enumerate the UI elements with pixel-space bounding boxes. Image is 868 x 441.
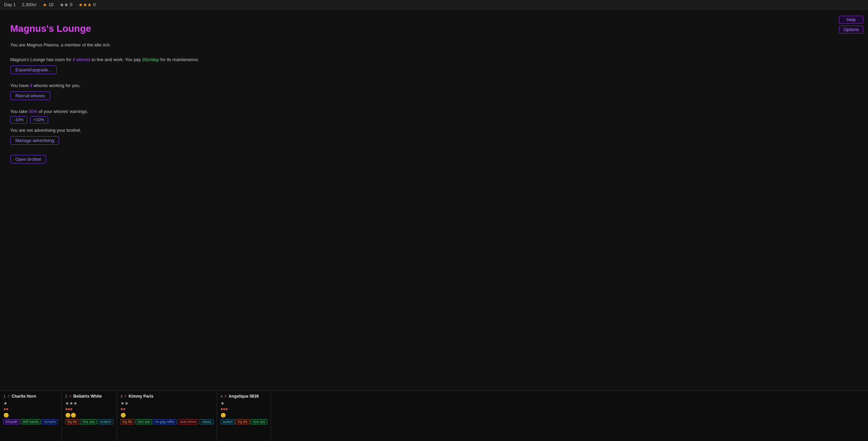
worker-name: Angelique 5839: [229, 394, 259, 399]
advert-text: You are not advertising your brothel.: [10, 128, 858, 133]
trait-tag: classy: [200, 419, 213, 424]
trait-tag: erotech: [98, 419, 113, 424]
worker-card[interactable]: 1 ♂ Charlie Horn ★ ♥♥ 😐 telepathdeft han…: [0, 391, 62, 441]
worker-hearts: ♥♥: [120, 407, 213, 412]
day-display: Day 1: [4, 2, 16, 7]
trait-tag: big tits: [236, 419, 250, 424]
open-brothel-button[interactable]: Open brothel: [10, 155, 46, 163]
lounge-info: Magnus's Lounge has room for 4 whores to…: [10, 57, 858, 62]
worker-card[interactable]: 3 ♀ Kimmy Paris ★★ ♥♥ 😐 big titsnice ass…: [117, 391, 217, 441]
main-content: Magnus's Lounge You are Magnus Plasma, a…: [0, 10, 868, 186]
plus-cut-button[interactable]: +10%: [30, 116, 48, 124]
app-title: Magnus's Lounge: [10, 23, 858, 34]
card-number: 4: [220, 394, 223, 398]
lounge-info-suffix: for its maintenance.: [159, 57, 199, 62]
star3-icon: ★★★: [79, 2, 92, 8]
rating3-value: 0: [93, 2, 96, 7]
worker-card[interactable]: 4 ♀ Angelique 5839 ★ ♥♥♥ 😊 sexbotbig tit…: [217, 391, 271, 441]
minus-cut-button[interactable]: -10%: [10, 116, 27, 124]
rating3-display: ★★★ 0: [79, 2, 96, 8]
manage-advert-button[interactable]: Manage advertising: [10, 136, 59, 145]
card-header: 4 ♀ Angelique 5839: [220, 394, 267, 399]
gender-icon: ♀: [124, 394, 127, 399]
workers-count: 4: [30, 83, 32, 88]
expand-button[interactable]: Expand/upgrade...: [10, 66, 57, 74]
lounge-info-section: Magnus's Lounge has room for 4 whores to…: [10, 57, 858, 79]
star2-icon: ★★: [60, 2, 69, 8]
star-gold-icon: ★: [43, 2, 47, 8]
worker-card[interactable]: 2 ♀ Bellatrix White ★★★ ♥♥♥ 😊😊 big titsn…: [62, 391, 117, 441]
worker-traits: big titsnice asserotech: [65, 419, 113, 424]
card-number: 2: [65, 394, 67, 398]
trait-tag: big tits: [120, 419, 134, 424]
worker-hearts: ♥♥♥: [220, 407, 267, 412]
credits-display: 2,300cr: [22, 2, 37, 7]
lounge-whores: 4 whores: [72, 57, 90, 62]
gender-icon: ♀: [69, 394, 72, 399]
worker-name: Kimmy Paris: [129, 394, 154, 399]
intro-text: You are Magnus Plasma, a member of the i…: [10, 42, 858, 47]
worker-name: Charlie Horn: [12, 394, 36, 399]
day-label: Day 1: [4, 2, 16, 7]
trait-tag: nice ass: [80, 419, 97, 424]
card-header: 1 ♂ Charlie Horn: [3, 394, 58, 399]
trait-tag: big tits: [65, 419, 79, 424]
gender-icon: ♀: [224, 394, 227, 399]
topbar: Day 1 2,300cr ★ 10 ★★ 0 ★★★ 0: [0, 0, 868, 10]
trait-tag: nympho: [42, 419, 58, 424]
workers-prefix: You have: [10, 83, 30, 88]
options-button[interactable]: Options: [839, 26, 863, 33]
help-button[interactable]: Help: [839, 16, 863, 24]
trait-tag: no gag reflex: [153, 419, 177, 424]
trait-tag: nice ass: [251, 419, 267, 424]
trait-tag: nice ass: [136, 419, 152, 424]
worker-stars: ★★★: [65, 401, 113, 406]
worker-mood: 😐: [3, 413, 58, 418]
workers-section: You have 4 whores working for you. Recru…: [10, 83, 858, 105]
worker-mood: 😊: [220, 413, 267, 418]
worker-stars: ★★: [120, 401, 213, 406]
corner-buttons: Help Options: [839, 16, 863, 33]
worker-stars: ★: [3, 401, 58, 406]
worker-traits: telepathdeft handsnympho: [3, 419, 58, 424]
cut-pct: 50%: [29, 109, 38, 114]
worker-cards-area: 1 ♂ Charlie Horn ★ ♥♥ 😐 telepathdeft han…: [0, 390, 868, 441]
trait-tag: telepath: [3, 419, 20, 424]
cut-suffix: of your whores' earnings.: [38, 109, 88, 114]
gender-icon: ♂: [7, 394, 10, 399]
advert-section: You are not advertising your brothel. Ma…: [10, 128, 858, 150]
card-header: 3 ♀ Kimmy Paris: [120, 394, 213, 399]
cut-section: You take 50% of your whores' earnings. -…: [10, 109, 858, 124]
rating1-value: 10: [48, 2, 53, 7]
workers-suffix: whores working for you.: [32, 83, 81, 88]
open-section: Open brothel: [10, 154, 858, 168]
card-number: 1: [3, 394, 5, 398]
worker-traits: sexbotbig titsnice ass: [220, 419, 267, 424]
worker-name: Bellatrix White: [73, 394, 102, 399]
worker-stars: ★: [220, 401, 267, 406]
cut-prefix: You take: [10, 109, 29, 114]
rating1-display: ★ 10: [43, 2, 53, 8]
lounge-info-middle: to live and work. You pay: [90, 57, 142, 62]
rating2-display: ★★ 0: [60, 2, 72, 8]
lounge-cost: 20cr/day: [142, 57, 159, 62]
lounge-info-prefix: Magnus's Lounge has room for: [10, 57, 72, 62]
recruit-button[interactable]: Recruit whores: [10, 91, 50, 100]
trait-tag: anal whore: [178, 419, 199, 424]
workers-info: You have 4 whores working for you.: [10, 83, 858, 88]
cut-info: You take 50% of your whores' earnings.: [10, 109, 858, 114]
worker-hearts: ♥♥♥: [65, 407, 113, 412]
trait-tag: sexbot: [220, 419, 234, 424]
trait-tag: deft hands: [21, 419, 41, 424]
credits-value: 2,300cr: [22, 2, 37, 7]
worker-mood: 😊😊: [65, 413, 113, 418]
worker-traits: big titsnice assno gag reflexanal whorec…: [120, 419, 213, 424]
rating2-value: 0: [70, 2, 72, 7]
card-number: 3: [120, 394, 123, 398]
worker-hearts: ♥♥: [3, 407, 58, 412]
worker-mood: 😐: [120, 413, 213, 418]
card-header: 2 ♀ Bellatrix White: [65, 394, 113, 399]
